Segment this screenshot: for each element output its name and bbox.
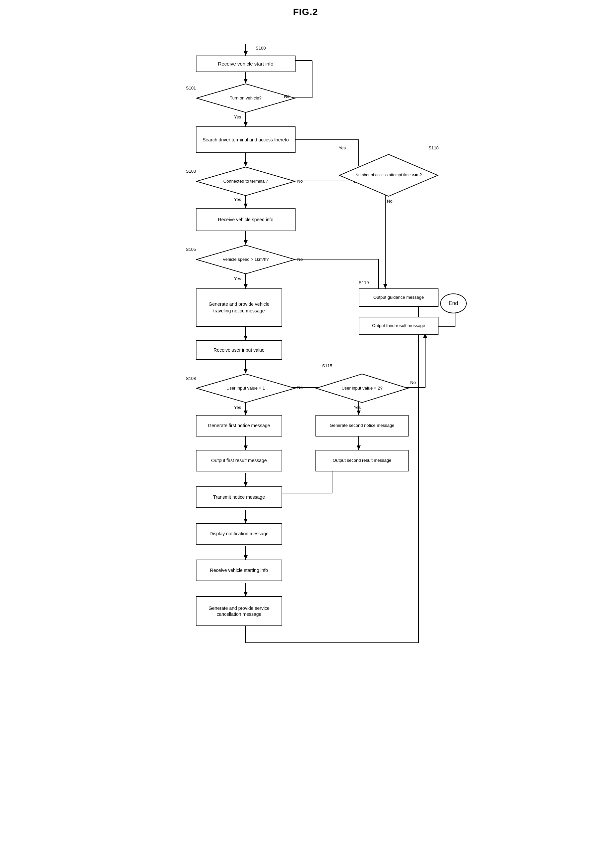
s108-yes-label: Yes	[234, 405, 241, 410]
svg-marker-25	[244, 411, 247, 415]
s115-no-label: No	[410, 380, 416, 385]
s103-no-label: No	[297, 179, 303, 184]
s115-yes-label: Yes	[354, 405, 361, 410]
s117-box: Output second result message	[316, 450, 408, 471]
s101-no-label: No	[284, 94, 289, 99]
s105-no-label: No	[297, 257, 303, 262]
svg-marker-11	[244, 204, 247, 208]
s108-diamond-text: User input value = 1	[226, 386, 265, 391]
s118-no-label: No	[387, 198, 393, 204]
s101-diamond: Turn on vehicle?	[196, 83, 295, 113]
s111-box: Transmit notice message	[196, 487, 282, 508]
end-oval: End	[440, 293, 467, 313]
s102-box: Search driver terminal and access theret…	[196, 126, 295, 153]
s105-yes-label: Yes	[234, 276, 241, 281]
svg-marker-21	[244, 336, 247, 340]
flowchart: S100 Receive vehicle start info S101 Tur…	[153, 27, 458, 826]
svg-marker-15	[244, 240, 247, 245]
svg-marker-3	[244, 122, 247, 126]
s118-diamond: Number of access attempt times<=n?	[339, 154, 438, 197]
s114-box: Generate and provide service cancellatio…	[196, 596, 282, 626]
svg-marker-9	[244, 162, 247, 166]
svg-marker-51	[357, 445, 361, 450]
s103-diamond: Connected to terminal?	[196, 166, 295, 196]
svg-marker-1	[244, 79, 247, 83]
s103-yes-label: Yes	[234, 197, 241, 202]
s119-step-label: S119	[359, 280, 369, 285]
s100-box: Receive vehicle start info	[196, 56, 295, 72]
s101-yes-label: Yes	[234, 115, 241, 119]
s119-box: Output guidance message	[359, 288, 438, 307]
s101-step-label: S101	[186, 85, 196, 90]
s100-step-label: S100	[256, 46, 266, 51]
s107-box: Receive user input value	[196, 340, 282, 360]
s112-box: Display notification message	[196, 523, 282, 545]
svg-marker-56	[383, 284, 387, 288]
s106-box: Generate and provide vehicle traveling n…	[196, 288, 282, 327]
s110-box: Output first result message	[196, 450, 282, 471]
svg-marker-17	[244, 284, 247, 288]
s113-box: Receive vehicle starting info	[196, 560, 282, 581]
s105-step-label: S105	[186, 247, 196, 252]
svg-marker-40	[244, 592, 247, 596]
s120-box: Output third result message	[359, 317, 438, 335]
s104-box: Receive vehicle speed info	[196, 208, 295, 231]
s108-step-label: S108	[186, 376, 196, 381]
svg-marker-46	[357, 411, 361, 415]
s116-box: Generate second notice message	[316, 415, 408, 437]
s118-yes-label: Yes	[339, 146, 346, 150]
figure-title: FIG.2	[153, 7, 458, 17]
s108-diamond: User input value = 1	[196, 373, 295, 403]
end-label: End	[449, 301, 458, 307]
svg-marker-31	[244, 482, 247, 487]
s108-no-label: No	[297, 385, 303, 390]
svg-marker-36	[244, 519, 247, 523]
s101-diamond-text: Turn on vehicle?	[230, 96, 261, 101]
s109-box: Generate first notice message	[196, 415, 282, 437]
s105-diamond: Vehicle speed > 1km/h?	[196, 245, 295, 274]
svg-marker-62	[244, 51, 247, 56]
svg-marker-38	[244, 555, 247, 560]
s115-step-label: S115	[322, 363, 332, 368]
s115-diamond: User input value = 2?	[316, 373, 408, 403]
s115-diamond-text: User input value = 2?	[342, 386, 382, 391]
s118-step-label: S118	[428, 146, 438, 150]
s103-diamond-text: Connected to terminal?	[223, 179, 268, 184]
s118-diamond-text: Number of access attempt times<=n?	[355, 173, 422, 178]
svg-marker-23	[244, 369, 247, 373]
svg-marker-29	[244, 445, 247, 450]
s103-step-label: S103	[186, 169, 196, 174]
s105-diamond-text: Vehicle speed > 1km/h?	[223, 257, 269, 262]
